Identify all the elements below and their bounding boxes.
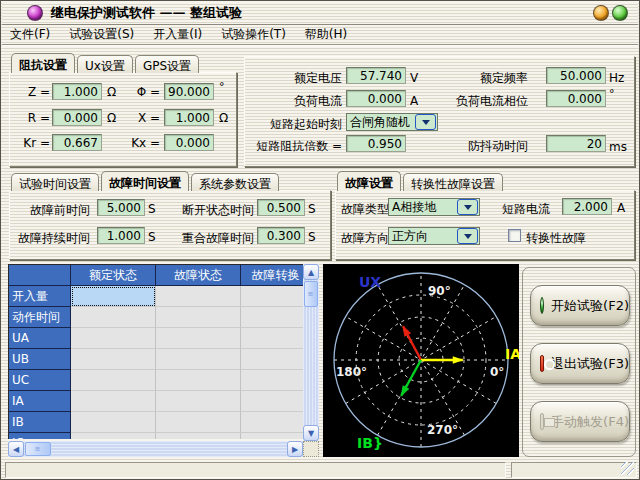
table-cell[interactable]: [71, 370, 156, 391]
row-header: UA: [9, 328, 71, 349]
chevron-down-icon[interactable]: [415, 114, 436, 130]
menu-test-settings[interactable]: 试验设置(S): [62, 25, 141, 44]
short-current-input[interactable]: [562, 198, 612, 215]
table-row: IA: [9, 391, 303, 412]
table-cell[interactable]: [71, 349, 156, 370]
label-180deg: 180°: [336, 365, 367, 379]
tab-gps-settings[interactable]: GPS设置: [135, 55, 199, 73]
z-input[interactable]: [52, 83, 102, 100]
vector-green-head: [397, 385, 409, 398]
debounce-label: 防抖动时间: [395, 138, 528, 155]
row-header: IA: [9, 391, 71, 412]
open-state-time-input[interactable]: [257, 199, 305, 216]
manual-trigger-icon: [540, 413, 544, 430]
table-cell[interactable]: [241, 391, 303, 412]
rated-frequency-label: 额定频率: [395, 70, 528, 87]
table-cell[interactable]: [71, 307, 156, 328]
column-header: 故障转换: [241, 265, 303, 286]
table-cell[interactable]: [241, 286, 303, 307]
reclose-fault-time-unit: S: [308, 230, 316, 244]
close-button-icon[interactable]: [612, 5, 628, 21]
chevron-down-icon[interactable]: [457, 199, 478, 215]
table-cell[interactable]: [156, 370, 241, 391]
table-cell[interactable]: [241, 307, 303, 328]
x-input[interactable]: [164, 109, 214, 126]
vertical-scroll-thumb[interactable]: ≡: [304, 281, 318, 307]
scroll-left-icon[interactable]: ◀: [8, 441, 24, 457]
rated-frequency-input[interactable]: [546, 67, 606, 84]
table-cell[interactable]: [241, 433, 303, 439]
scroll-right-icon[interactable]: ▶: [287, 441, 303, 457]
x-label: X =: [116, 111, 160, 125]
row-header: UB: [9, 349, 71, 370]
resize-grip[interactable]: [621, 462, 634, 475]
r-input[interactable]: [52, 109, 102, 126]
phasor-diagram: UX 90° IA 0° 180° 270° IB}: [323, 264, 519, 457]
short-current-unit: A: [617, 201, 625, 215]
fault-duration-label: 故障持续时间: [16, 230, 90, 247]
reclose-fault-time-input[interactable]: [257, 227, 305, 244]
short-start-dropdown[interactable]: 合闸角随机: [346, 113, 438, 131]
table-cell[interactable]: [71, 412, 156, 433]
table-cell[interactable]: [71, 328, 156, 349]
impedance-tabcontrol: 阻抗设置 Ux设置 GPS设置 Z = Ω Φ = ° R = Ω X = Ω …: [9, 53, 237, 167]
exit-test-button[interactable]: 退出试验(F3): [530, 343, 630, 384]
table-row: IC: [9, 433, 303, 439]
kr-input[interactable]: [52, 134, 102, 151]
table-cell[interactable]: [156, 412, 241, 433]
table-cell[interactable]: [156, 433, 241, 439]
horizontal-scroll-thumb[interactable]: ≡: [25, 442, 51, 456]
menu-binary-input[interactable]: 开入量(I): [146, 25, 209, 44]
action-button-panel: 开始试验(F2) 退出试验(F3) 手动触发(F4): [522, 267, 636, 457]
kx-input[interactable]: [164, 134, 214, 151]
tab-impedance-settings[interactable]: 阻抗设置: [11, 53, 75, 73]
convertible-fault-checkbox[interactable]: [508, 229, 521, 242]
table-cell[interactable]: [156, 286, 241, 307]
table-cell[interactable]: [156, 391, 241, 412]
menu-file[interactable]: 文件(F): [3, 25, 57, 44]
fault-direction-dropdown[interactable]: 正方向: [388, 227, 480, 245]
start-test-button[interactable]: 开始试验(F2): [530, 285, 630, 326]
table-cell-selected[interactable]: [71, 286, 156, 307]
scroll-down-icon[interactable]: ▼: [303, 425, 319, 441]
minimize-button-icon[interactable]: [593, 5, 609, 21]
load-phase-input[interactable]: [546, 90, 606, 107]
debounce-input[interactable]: [546, 135, 606, 152]
menu-test-operation[interactable]: 试验操作(T): [214, 25, 293, 44]
kx-label: Kx =: [112, 136, 160, 150]
table-cell[interactable]: [241, 328, 303, 349]
status-section-right: [511, 462, 637, 478]
scrollbar-corner: [303, 441, 319, 457]
tab-fault-settings[interactable]: 故障设置: [337, 171, 401, 191]
menu-help[interactable]: 帮助(H): [298, 25, 354, 44]
table-cell[interactable]: [156, 349, 241, 370]
table-cell[interactable]: [71, 391, 156, 412]
tab-ux-settings[interactable]: Ux设置: [77, 55, 133, 73]
table-cell[interactable]: [156, 328, 241, 349]
window-title: 继电保护测试软件 —— 整组试验: [51, 4, 242, 22]
tab-convertible-fault-settings[interactable]: 转换性故障设置: [403, 173, 503, 191]
table-cell[interactable]: [241, 349, 303, 370]
table-horizontal-scrollbar[interactable]: ◀ ≡ ▶: [8, 441, 303, 457]
table-cell[interactable]: [156, 307, 241, 328]
table-cell[interactable]: [71, 433, 156, 439]
scroll-up-icon[interactable]: ▲: [303, 264, 319, 280]
tab-fault-time-settings[interactable]: 故障时间设置: [101, 171, 189, 191]
r-label: R =: [14, 111, 50, 125]
chevron-down-icon[interactable]: [457, 228, 478, 244]
row-header: 动作时间: [9, 307, 71, 328]
rated-voltage-label: 额定电压: [255, 70, 342, 87]
tab-test-time-settings[interactable]: 试验时间设置: [11, 173, 99, 191]
table-vertical-scrollbar[interactable]: ▲ ≡ ▼: [303, 264, 319, 441]
vector-yellow-head: [453, 356, 464, 364]
table-cell[interactable]: [241, 412, 303, 433]
phasor-panel: UX 90° IA 0° 180° 270° IB}: [323, 264, 519, 457]
fault-duration-input[interactable]: [97, 227, 145, 244]
table-cell[interactable]: [241, 370, 303, 391]
tab-system-param-settings[interactable]: 系统参数设置: [191, 173, 279, 191]
label-0deg: 0°: [490, 365, 504, 379]
prefault-time-input[interactable]: [97, 199, 145, 216]
fault-type-dropdown[interactable]: A相接地: [388, 198, 480, 216]
open-state-time-unit: S: [308, 202, 316, 216]
phi-input[interactable]: [164, 83, 214, 100]
